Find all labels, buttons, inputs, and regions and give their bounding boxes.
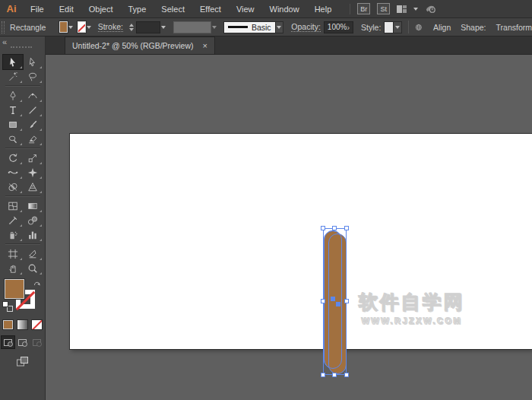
chevron-down-icon[interactable]	[413, 8, 418, 11]
tool-eraser[interactable]	[23, 132, 43, 146]
selection-handle[interactable]	[321, 226, 325, 230]
draw-behind-button[interactable]	[16, 336, 29, 348]
tool-selection[interactable]	[3, 55, 23, 69]
tool-perspective-grid[interactable]	[23, 179, 43, 194]
tool-rotate[interactable]	[3, 151, 23, 165]
tool-type[interactable]	[3, 103, 23, 117]
tool-zoom[interactable]	[23, 261, 43, 275]
opacity-field[interactable]: 100% ›	[324, 21, 353, 33]
menu-object[interactable]: Object	[81, 5, 121, 14]
shape-center-anchor[interactable]	[331, 297, 335, 301]
brush-definition-dropdown[interactable]: Basic	[223, 21, 276, 33]
none-button[interactable]	[31, 319, 43, 330]
control-bar-grip[interactable]	[2, 21, 5, 33]
tool-rectangle[interactable]	[3, 117, 23, 132]
color-button[interactable]	[2, 319, 14, 330]
control-bar-divider	[408, 21, 409, 33]
slice-icon	[27, 249, 38, 259]
tool-artboard[interactable]	[3, 246, 23, 261]
direct-selection-icon	[27, 57, 38, 68]
tool-curvature[interactable]	[23, 88, 43, 103]
swap-fill-stroke-icon[interactable]	[33, 278, 42, 287]
menu-divider	[350, 4, 350, 14]
stroke-weight-chevron-icon[interactable]	[160, 21, 166, 33]
artboard-icon	[8, 249, 18, 259]
tool-paintbrush[interactable]	[23, 117, 43, 132]
selection-handle[interactable]	[344, 373, 349, 377]
tool-width[interactable]	[3, 165, 23, 179]
tool-slice[interactable]	[23, 246, 43, 261]
fill-chevron-icon[interactable]	[68, 21, 74, 33]
document-setup-globe-icon[interactable]	[415, 22, 423, 33]
opacity-arrow-icon[interactable]: ›	[347, 23, 350, 32]
menu-view[interactable]: View	[229, 5, 262, 14]
tool-mesh[interactable]	[3, 198, 23, 213]
opacity-label[interactable]: Opacity:	[291, 22, 321, 32]
transform-panel-link[interactable]: Transform	[496, 23, 532, 32]
tools-panel-grip[interactable]	[11, 46, 32, 48]
shape-panel-link[interactable]: Shape:	[461, 23, 486, 32]
brush-chevron-icon[interactable]	[276, 21, 284, 33]
tool-direct-selection[interactable]	[23, 55, 43, 69]
active-tool-label: Rectangle	[10, 23, 46, 32]
tool-column-graph[interactable]	[23, 227, 43, 242]
menu-items: FileEditObjectTypeSelectEffectViewWindow…	[23, 5, 339, 14]
workspace-switcher-icon[interactable]	[397, 5, 407, 13]
canvas-pasteboard[interactable]: 软件自学网 WWW.RJZXW.COM	[46, 55, 532, 400]
type-icon	[8, 105, 18, 116]
selection-handle[interactable]	[344, 226, 349, 230]
menu-edit[interactable]: Edit	[52, 5, 81, 14]
tool-hand[interactable]	[3, 261, 23, 275]
selection-handle[interactable]	[344, 299, 349, 303]
draw-normal-button[interactable]	[2, 336, 14, 348]
menu-file[interactable]: File	[23, 5, 52, 14]
tool-shaper[interactable]	[3, 132, 23, 146]
tool-lasso[interactable]	[23, 69, 43, 84]
stock-button[interactable]: St	[377, 3, 390, 14]
tool-line-segment[interactable]	[23, 103, 43, 117]
fill-color-swatch[interactable]	[59, 21, 68, 33]
tool-pen[interactable]	[3, 88, 23, 103]
selection-handle[interactable]	[332, 226, 337, 230]
scale-icon	[27, 153, 38, 163]
tool-shape-builder[interactable]	[3, 179, 23, 194]
align-panel-link[interactable]: Align	[433, 23, 451, 32]
stroke-weight-field[interactable]	[136, 21, 160, 33]
menu-select[interactable]: Select	[154, 5, 192, 14]
opacity-value: 100%	[328, 23, 347, 31]
power-icon[interactable]	[425, 3, 436, 14]
stroke-weight-stepper[interactable]	[129, 24, 134, 31]
tool-gradient[interactable]	[23, 198, 43, 213]
tool-free-transform[interactable]	[23, 165, 43, 179]
stroke-weight-label[interactable]: Stroke:	[98, 22, 123, 32]
tool-scale[interactable]	[23, 151, 43, 165]
menu-bar-right: Br St	[350, 3, 436, 14]
shape-builder-icon	[8, 182, 18, 192]
gradient-button[interactable]	[17, 319, 28, 330]
style-chevron-icon[interactable]	[394, 21, 402, 33]
menu-help[interactable]: Help	[307, 5, 340, 14]
draw-inside-button[interactable]	[30, 336, 43, 348]
bridge-button[interactable]: Br	[357, 3, 370, 14]
selection-handle[interactable]	[321, 373, 325, 377]
selection-handle[interactable]	[321, 299, 325, 303]
tool-symbol-sprayer[interactable]	[3, 227, 23, 242]
screen-mode-icon[interactable]	[16, 356, 30, 367]
tool-blend[interactable]	[23, 213, 43, 227]
fill-indicator[interactable]	[5, 279, 24, 299]
close-tab-icon[interactable]: ×	[202, 42, 207, 50]
menu-type[interactable]: Type	[121, 5, 154, 14]
stroke-chevron-icon[interactable]	[86, 21, 92, 33]
menu-window[interactable]: Window	[262, 5, 307, 14]
document-tab[interactable]: Untitled-2* @ 50% (RGB/Preview) ×	[65, 37, 215, 54]
tool-eyedropper[interactable]	[3, 213, 23, 227]
tool-grid	[3, 55, 43, 275]
tool-magic-wand[interactable]	[3, 69, 23, 84]
selection-handle[interactable]	[332, 373, 337, 377]
style-swatch[interactable]	[384, 21, 394, 33]
default-fill-stroke-icon[interactable]	[2, 301, 13, 312]
stroke-color-swatch[interactable]	[78, 21, 86, 33]
shape-center-anchor[interactable]	[336, 302, 340, 306]
collapse-panel-icon[interactable]: «	[2, 37, 7, 46]
menu-effect[interactable]: Effect	[192, 5, 229, 14]
